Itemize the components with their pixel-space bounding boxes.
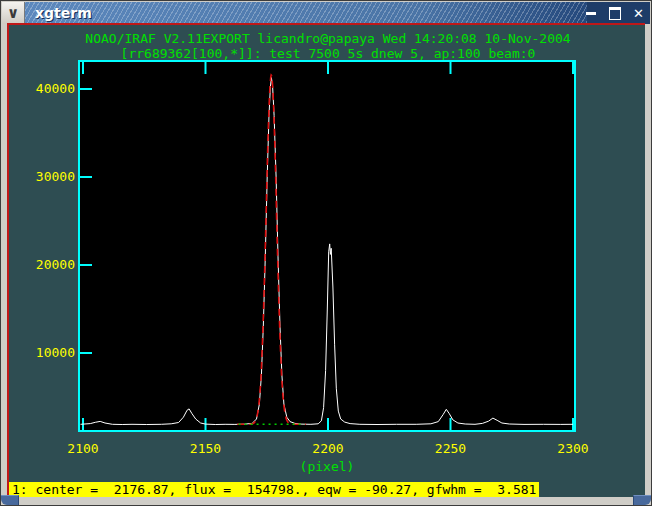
svg-text:20000: 20000 (36, 257, 75, 272)
window-menu-button[interactable]: ∨ (2, 2, 25, 24)
minimize-button[interactable] (582, 5, 599, 22)
maximize-icon (609, 7, 621, 20)
status-bar: 1: center = 2176.87, flux = 154798., eqw… (9, 482, 539, 497)
xgterm-window: ∨ xgterm ✕ NOAO/IRAF V2.11EXPORT licandr… (0, 0, 652, 506)
title-bar[interactable]: ∨ xgterm ✕ (2, 2, 650, 24)
window-controls: ✕ (582, 2, 647, 24)
title-bar-stripes (25, 2, 587, 24)
svg-text:2150: 2150 (190, 441, 221, 456)
close-button[interactable]: ✕ (630, 5, 647, 22)
minimize-icon (586, 12, 596, 15)
svg-text:(pixel): (pixel) (300, 459, 355, 474)
svg-text:2250: 2250 (435, 441, 466, 456)
svg-text:2300: 2300 (557, 441, 588, 456)
svg-text:2200: 2200 (312, 441, 343, 456)
terminal-content: NOAO/IRAF V2.11EXPORT licandro@papaya We… (7, 23, 645, 497)
svg-text:2100: 2100 (67, 441, 98, 456)
chevron-down-icon: ∨ (7, 4, 19, 22)
resize-grip-left[interactable] (1, 495, 19, 505)
close-icon: ✕ (633, 6, 644, 21)
spectrum-plot: 2100215022002250230010000200003000040000… (9, 25, 647, 499)
svg-text:10000: 10000 (36, 345, 75, 360)
svg-text:30000: 30000 (36, 169, 75, 184)
resize-grip-right[interactable] (633, 495, 651, 505)
maximize-button[interactable] (606, 5, 623, 22)
svg-text:40000: 40000 (36, 81, 75, 96)
window-title: xgterm (35, 5, 92, 21)
